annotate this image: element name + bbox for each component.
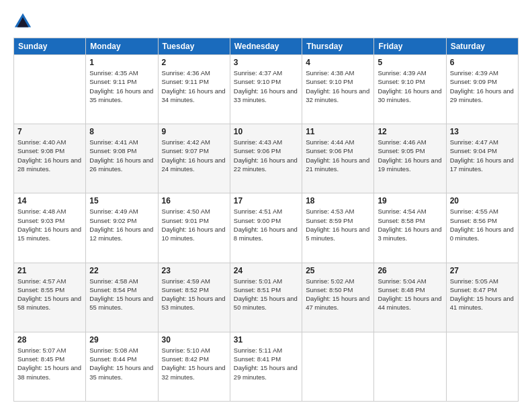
header-day: Wednesday [230, 38, 302, 55]
calendar-cell: 13Sunrise: 4:47 AMSunset: 9:04 PMDayligh… [446, 124, 518, 193]
day-number: 28 [17, 335, 82, 345]
day-number: 19 [378, 196, 442, 205]
day-number: 9 [162, 127, 226, 136]
day-info: Sunrise: 4:50 AMSunset: 9:01 PMDaylight:… [162, 207, 226, 242]
calendar-cell: 4Sunrise: 4:38 AMSunset: 9:10 PMDaylight… [302, 55, 374, 124]
day-info: Sunrise: 4:37 AMSunset: 9:10 PMDaylight:… [234, 68, 298, 104]
day-number: 24 [234, 266, 298, 275]
day-number: 29 [89, 335, 154, 345]
header-day: Sunday [14, 38, 86, 55]
day-number: 5 [378, 58, 442, 67]
day-number: 4 [306, 58, 370, 67]
calendar-cell: 27Sunrise: 5:05 AMSunset: 8:47 PMDayligh… [446, 263, 518, 332]
day-info: Sunrise: 4:40 AMSunset: 9:08 PMDaylight:… [17, 138, 82, 173]
day-info: Sunrise: 5:07 AMSunset: 8:45 PMDaylight:… [17, 346, 82, 381]
day-info: Sunrise: 5:08 AMSunset: 8:44 PMDaylight:… [89, 346, 154, 381]
calendar-cell [14, 55, 86, 124]
day-number: 26 [378, 266, 442, 275]
calendar-cell [446, 332, 518, 401]
calendar-cell: 21Sunrise: 4:57 AMSunset: 8:55 PMDayligh… [14, 263, 86, 332]
logo [13, 12, 35, 31]
day-info: Sunrise: 4:36 AMSunset: 9:11 PMDaylight:… [162, 68, 226, 104]
calendar-cell: 6Sunrise: 4:39 AMSunset: 9:09 PMDaylight… [446, 55, 518, 124]
day-info: Sunrise: 4:57 AMSunset: 8:55 PMDaylight:… [17, 277, 82, 312]
calendar-cell: 10Sunrise: 4:43 AMSunset: 9:06 PMDayligh… [230, 124, 302, 193]
week-row: 28Sunrise: 5:07 AMSunset: 8:45 PMDayligh… [14, 332, 519, 401]
day-info: Sunrise: 4:48 AMSunset: 9:03 PMDaylight:… [17, 207, 82, 242]
day-number: 14 [17, 196, 82, 205]
day-number: 16 [162, 196, 226, 205]
day-info: Sunrise: 4:38 AMSunset: 9:10 PMDaylight:… [306, 68, 370, 104]
day-info: Sunrise: 5:05 AMSunset: 8:47 PMDaylight:… [450, 277, 515, 312]
day-number: 1 [89, 58, 154, 67]
calendar-cell: 31Sunrise: 5:11 AMSunset: 8:41 PMDayligh… [230, 332, 302, 401]
day-info: Sunrise: 4:54 AMSunset: 8:58 PMDaylight:… [378, 207, 442, 242]
calendar-cell [302, 332, 374, 401]
header-day: Thursday [302, 38, 374, 55]
day-info: Sunrise: 4:47 AMSunset: 9:04 PMDaylight:… [450, 138, 515, 173]
calendar-cell: 1Sunrise: 4:35 AMSunset: 9:11 PMDaylight… [86, 55, 158, 124]
header-day: Monday [86, 38, 158, 55]
day-number: 30 [162, 335, 226, 345]
day-info: Sunrise: 4:55 AMSunset: 8:56 PMDaylight:… [450, 207, 515, 242]
day-number: 10 [234, 127, 298, 136]
calendar-cell: 9Sunrise: 4:42 AMSunset: 9:07 PMDaylight… [158, 124, 230, 193]
page: SundayMondayTuesdayWednesdayThursdayFrid… [0, 0, 532, 411]
day-number: 6 [450, 58, 515, 67]
calendar-cell: 26Sunrise: 5:04 AMSunset: 8:48 PMDayligh… [374, 263, 446, 332]
calendar-cell: 29Sunrise: 5:08 AMSunset: 8:44 PMDayligh… [86, 332, 158, 401]
day-info: Sunrise: 4:41 AMSunset: 9:08 PMDaylight:… [89, 138, 154, 173]
calendar-cell: 5Sunrise: 4:39 AMSunset: 9:10 PMDaylight… [374, 55, 446, 124]
calendar-cell: 3Sunrise: 4:37 AMSunset: 9:10 PMDaylight… [230, 55, 302, 124]
calendar-cell: 22Sunrise: 4:58 AMSunset: 8:54 PMDayligh… [86, 263, 158, 332]
day-info: Sunrise: 5:04 AMSunset: 8:48 PMDaylight:… [378, 277, 442, 312]
day-number: 15 [89, 196, 154, 205]
day-number: 21 [17, 266, 82, 275]
calendar-cell: 19Sunrise: 4:54 AMSunset: 8:58 PMDayligh… [374, 193, 446, 263]
calendar-cell: 24Sunrise: 5:01 AMSunset: 8:51 PMDayligh… [230, 263, 302, 332]
calendar-table: SundayMondayTuesdayWednesdayThursdayFrid… [13, 38, 519, 402]
day-number: 17 [234, 196, 298, 205]
day-info: Sunrise: 4:44 AMSunset: 9:06 PMDaylight:… [306, 138, 370, 173]
day-info: Sunrise: 4:39 AMSunset: 9:09 PMDaylight:… [450, 68, 515, 104]
day-info: Sunrise: 4:39 AMSunset: 9:10 PMDaylight:… [378, 68, 442, 104]
day-number: 31 [234, 335, 298, 345]
calendar-cell: 12Sunrise: 4:46 AMSunset: 9:05 PMDayligh… [374, 124, 446, 193]
header-day: Saturday [446, 38, 518, 55]
header-day: Friday [374, 38, 446, 55]
day-number: 2 [162, 58, 226, 67]
day-info: Sunrise: 5:02 AMSunset: 8:50 PMDaylight:… [306, 277, 370, 312]
day-info: Sunrise: 4:42 AMSunset: 9:07 PMDaylight:… [162, 138, 226, 173]
day-number: 20 [450, 196, 515, 205]
day-info: Sunrise: 4:46 AMSunset: 9:05 PMDaylight:… [378, 138, 442, 173]
calendar-cell: 15Sunrise: 4:49 AMSunset: 9:02 PMDayligh… [86, 193, 158, 263]
day-info: Sunrise: 4:43 AMSunset: 9:06 PMDaylight:… [234, 138, 298, 173]
day-info: Sunrise: 4:35 AMSunset: 9:11 PMDaylight:… [89, 68, 154, 104]
day-info: Sunrise: 5:10 AMSunset: 8:42 PMDaylight:… [162, 346, 226, 381]
calendar-cell: 16Sunrise: 4:50 AMSunset: 9:01 PMDayligh… [158, 193, 230, 263]
week-row: 21Sunrise: 4:57 AMSunset: 8:55 PMDayligh… [14, 263, 519, 332]
day-number: 12 [378, 127, 442, 136]
logo-icon [13, 12, 32, 31]
day-info: Sunrise: 4:53 AMSunset: 8:59 PMDaylight:… [306, 207, 370, 242]
day-number: 3 [234, 58, 298, 67]
day-number: 22 [89, 266, 154, 275]
day-number: 25 [306, 266, 370, 275]
calendar-cell: 8Sunrise: 4:41 AMSunset: 9:08 PMDaylight… [86, 124, 158, 193]
calendar-cell: 20Sunrise: 4:55 AMSunset: 8:56 PMDayligh… [446, 193, 518, 263]
day-info: Sunrise: 4:59 AMSunset: 8:52 PMDaylight:… [162, 277, 226, 312]
day-number: 13 [450, 127, 515, 136]
day-number: 8 [89, 127, 154, 136]
day-number: 23 [162, 266, 226, 275]
day-info: Sunrise: 4:58 AMSunset: 8:54 PMDaylight:… [89, 277, 154, 312]
day-info: Sunrise: 4:51 AMSunset: 9:00 PMDaylight:… [234, 207, 298, 242]
day-number: 11 [306, 127, 370, 136]
week-row: 14Sunrise: 4:48 AMSunset: 9:03 PMDayligh… [14, 193, 519, 263]
header-row: SundayMondayTuesdayWednesdayThursdayFrid… [14, 38, 519, 55]
week-row: 1Sunrise: 4:35 AMSunset: 9:11 PMDaylight… [14, 55, 519, 124]
calendar-cell: 23Sunrise: 4:59 AMSunset: 8:52 PMDayligh… [158, 263, 230, 332]
calendar-cell: 25Sunrise: 5:02 AMSunset: 8:50 PMDayligh… [302, 263, 374, 332]
calendar-cell: 7Sunrise: 4:40 AMSunset: 9:08 PMDaylight… [14, 124, 86, 193]
calendar-cell: 14Sunrise: 4:48 AMSunset: 9:03 PMDayligh… [14, 193, 86, 263]
header-day: Tuesday [158, 38, 230, 55]
